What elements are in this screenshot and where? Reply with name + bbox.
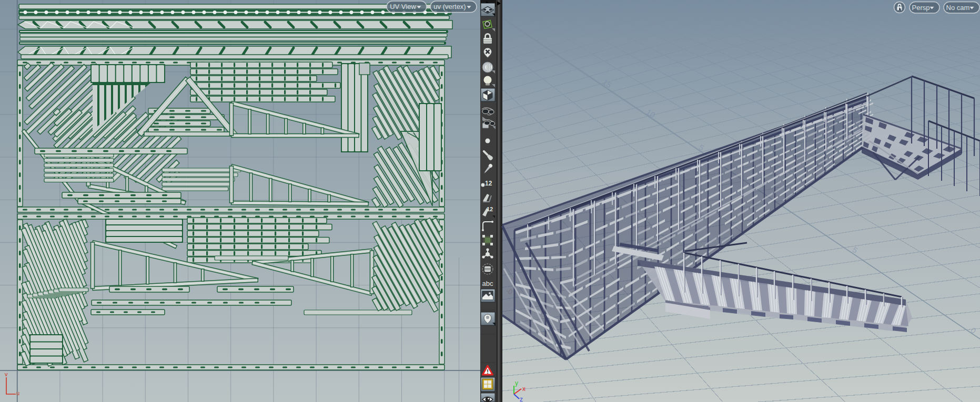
svg-text:u: u: [16, 390, 19, 396]
svg-text:12: 12: [487, 206, 493, 212]
svg-text:v: v: [5, 371, 8, 377]
svg-text:y: y: [515, 379, 518, 387]
svg-text:12: 12: [485, 180, 492, 187]
svg-text:x: x: [522, 385, 526, 393]
svg-text:No cam: No cam: [946, 4, 970, 12]
svg-text:abc: abc: [482, 280, 493, 287]
svg-text:z: z: [520, 396, 523, 402]
svg-text:Persp: Persp: [912, 4, 930, 12]
svg-text:!: !: [487, 368, 489, 375]
svg-text:uv (vertex): uv (vertex): [433, 3, 466, 11]
svg-text:UV View: UV View: [390, 3, 416, 11]
